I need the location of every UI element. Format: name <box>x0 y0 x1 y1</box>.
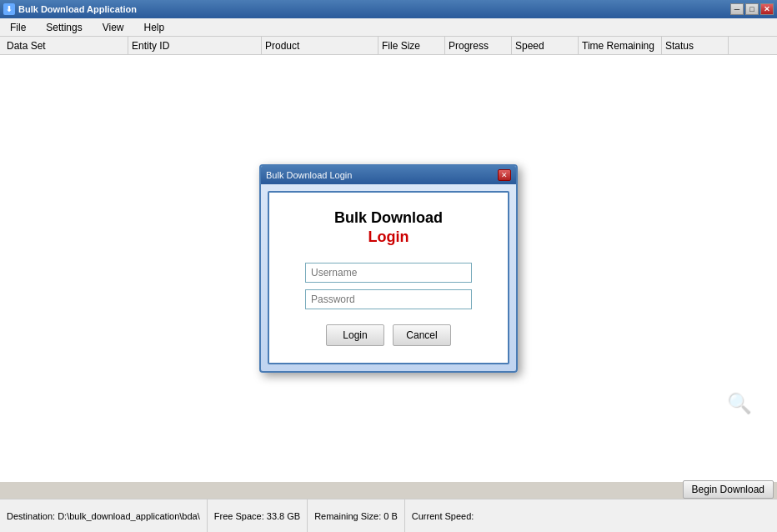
menu-view[interactable]: View <box>96 20 131 35</box>
remaining-value: 0 B <box>383 511 398 521</box>
begin-download-button[interactable]: Begin Download <box>683 480 774 499</box>
status-bar: Destination: D:\bulk_download_applicatio… <box>0 499 777 532</box>
dialog-overlay: Bulk Download Login ✕ Bulk Download Logi… <box>0 55 777 482</box>
speed-section: Current Speed: <box>405 499 484 532</box>
col-header-timeremaining: Time Remaining <box>579 37 662 54</box>
remaining-section: Remaining Size: 0 B <box>308 499 405 532</box>
title-bar: ⬇ Bulk Download Application ─ □ ✕ <box>0 0 777 18</box>
login-button[interactable]: Login <box>326 324 384 346</box>
destination-label: Destination: <box>7 511 55 521</box>
login-dialog: Bulk Download Login ✕ Bulk Download Logi… <box>259 164 518 373</box>
free-space-label: Free Space: <box>214 511 264 521</box>
dialog-close-button[interactable]: ✕ <box>498 169 511 181</box>
speed-label: Current Speed: <box>412 511 474 521</box>
dialog-title-bar: Bulk Download Login ✕ <box>261 166 516 184</box>
col-header-status: Status <box>662 37 729 54</box>
destination-value: D:\bulk_download_application\bda\ <box>58 511 200 521</box>
col-header-entityid: Entity ID <box>128 37 262 54</box>
dialog-heading2: Login <box>368 228 409 246</box>
remaining-label: Remaining Size: <box>314 511 381 521</box>
title-bar-left: ⬇ Bulk Download Application <box>3 3 137 15</box>
col-header-speed: Speed <box>512 37 579 54</box>
password-input[interactable] <box>305 289 472 309</box>
col-header-dataset: Data Set <box>3 37 128 54</box>
dialog-heading1: Bulk Download <box>334 209 443 227</box>
col-header-product: Product <box>262 37 378 54</box>
maximize-button[interactable]: □ <box>745 3 759 15</box>
menu-file[interactable]: File <box>3 20 33 35</box>
cancel-button[interactable]: Cancel <box>393 324 451 346</box>
free-space-value: 33.8 GB <box>267 511 300 521</box>
app-close-button[interactable]: ✕ <box>760 3 774 15</box>
minimize-button[interactable]: ─ <box>730 3 744 15</box>
dialog-title-label: Bulk Download Login <box>266 170 352 180</box>
username-input[interactable] <box>305 263 472 283</box>
menu-settings[interactable]: Settings <box>39 20 88 35</box>
menu-help[interactable]: Help <box>138 20 172 35</box>
dialog-buttons: Login Cancel <box>326 324 451 346</box>
app-title: Bulk Download Application <box>18 4 137 14</box>
dialog-body: Bulk Download Login Login Cancel <box>268 191 509 364</box>
begin-download-area: Begin Download <box>683 480 774 499</box>
main-content: 🔍 Bulk Download Login ✕ Bulk Download Lo… <box>0 55 777 482</box>
free-space-section: Free Space: 33.8 GB <box>208 499 308 532</box>
col-header-progress: Progress <box>445 37 512 54</box>
column-headers: Data Set Entity ID Product File Size Pro… <box>0 37 777 55</box>
col-header-filesize: File Size <box>378 37 445 54</box>
menu-bar: File Settings View Help <box>0 18 777 37</box>
app-icon: ⬇ <box>3 3 15 15</box>
title-bar-controls: ─ □ ✕ <box>730 3 774 15</box>
destination-section: Destination: D:\bulk_download_applicatio… <box>0 499 208 532</box>
